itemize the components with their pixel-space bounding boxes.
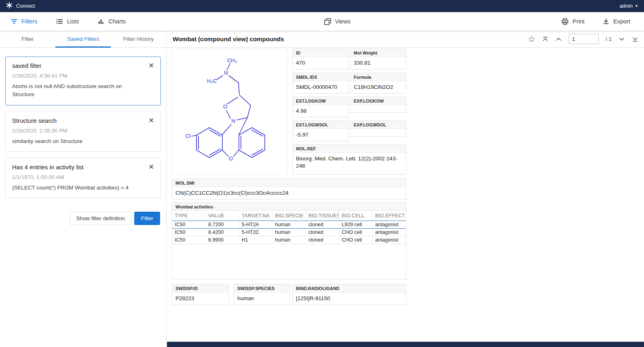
field-value: SMDL-00000470 bbox=[293, 81, 348, 93]
field-label: MOL.REF bbox=[293, 145, 406, 153]
field-value bbox=[351, 129, 406, 136]
field-label: SWISSP.SPECIES bbox=[234, 284, 290, 292]
page-total-label: / 1 bbox=[606, 36, 612, 42]
views-button[interactable]: Views bbox=[323, 18, 350, 25]
bar-chart-icon bbox=[97, 18, 105, 25]
table-cell: cloned bbox=[306, 236, 339, 244]
tab-filter-history-label: Filter History bbox=[123, 36, 154, 42]
print-icon bbox=[561, 18, 569, 25]
page-number-input[interactable] bbox=[569, 34, 599, 44]
tab-filter-history[interactable]: Filter History bbox=[111, 31, 166, 47]
close-icon[interactable]: ✕ bbox=[148, 117, 155, 124]
column-header[interactable]: BIO.EFFECT bbox=[372, 211, 406, 221]
export-button[interactable]: Export bbox=[602, 18, 630, 25]
table-cell: CHO cell bbox=[339, 229, 373, 236]
column-header[interactable]: TYPE bbox=[172, 211, 206, 221]
app-logo-icon bbox=[6, 2, 13, 11]
field-smdl-idx: SMDL.IDX SMDL-00000470 bbox=[292, 73, 348, 94]
user-menu[interactable]: admin ▼ bbox=[619, 3, 638, 9]
charts-button[interactable]: Charts bbox=[97, 18, 126, 25]
filters-button[interactable]: Filters bbox=[11, 18, 37, 25]
field-mol-smi: MOL.SMI CN(C)CC1CC2N(O1)c3cc(Cl)ccc3Oc4c… bbox=[172, 179, 406, 200]
saved-filter-description: (SELECT count(*) FROM Wombat activities)… bbox=[12, 184, 137, 192]
field-value: P28223 bbox=[172, 292, 228, 305]
next-record-icon[interactable] bbox=[619, 36, 625, 42]
lists-button[interactable]: Lists bbox=[56, 18, 79, 25]
close-icon[interactable]: ✕ bbox=[148, 164, 155, 171]
atom-label-ch3: CH₃ bbox=[227, 57, 237, 63]
app-name: Connect bbox=[16, 3, 35, 9]
tab-saved-filters[interactable]: Saved Filters bbox=[55, 31, 111, 47]
filter-icon bbox=[11, 18, 18, 25]
field-value: -5.97 bbox=[293, 129, 348, 141]
table-cell: 5-HT2C bbox=[239, 229, 272, 236]
field-label: SMDL.IDX bbox=[293, 73, 348, 81]
field-label: EST.LOGKOW bbox=[293, 97, 348, 105]
column-header[interactable]: BIO.SPECIE bbox=[272, 211, 306, 221]
field-value: CN(C)CC1CC2N(O1)c3cc(Cl)ccc3Oc4ccccc24 bbox=[172, 187, 406, 199]
table-cell: antagonist bbox=[372, 236, 406, 244]
toolbar: Filters Lists bbox=[0, 12, 644, 31]
filter-button[interactable]: Filter bbox=[134, 212, 160, 225]
atom-label-cl: Cl bbox=[186, 133, 190, 139]
field-label: SWISSP.ID bbox=[172, 284, 228, 292]
field-bind-radioligand: BIND.RADIOLIGAND [125I]R-91150 bbox=[292, 284, 406, 305]
field-label: Mol Weight bbox=[351, 49, 406, 57]
first-record-icon[interactable] bbox=[542, 36, 549, 42]
table-row[interactable]: IC50 8.7200 5-HT2A human cloned L929 cel… bbox=[172, 221, 406, 229]
favorite-star-icon[interactable]: ☆ bbox=[528, 34, 535, 44]
field-value: human bbox=[234, 292, 290, 305]
previous-record-icon[interactable] bbox=[555, 36, 562, 42]
saved-filter-description: similarity search on Structure bbox=[12, 137, 137, 145]
column-header[interactable]: VALUE bbox=[206, 211, 239, 221]
bottom-bar bbox=[167, 342, 644, 347]
last-record-icon[interactable] bbox=[632, 36, 638, 42]
sidebar-actions: Show filter definition Filter bbox=[0, 204, 166, 232]
field-swissp-id: SWISSP.ID P28223 bbox=[172, 284, 229, 305]
table-cell: human bbox=[272, 221, 306, 229]
top-bar: Connect admin ▼ bbox=[0, 0, 644, 12]
page-title: Wombat (compound view) compounds bbox=[173, 36, 284, 42]
table-cell: 8.4200 bbox=[206, 229, 239, 236]
close-icon[interactable]: ✕ bbox=[148, 62, 155, 69]
table-cell: IC50 bbox=[172, 221, 206, 229]
saved-filter-title: saved filter bbox=[12, 62, 144, 69]
field-formula: Formula C18H19ClN2O2 bbox=[350, 73, 406, 94]
table-row[interactable]: IC50 6.9900 H1 human cloned CHO cell ant… bbox=[172, 236, 406, 244]
saved-filter-card[interactable]: Has 4 entries in activity list 1/1/1970,… bbox=[5, 158, 161, 198]
filters-label: Filters bbox=[21, 18, 37, 25]
download-icon bbox=[602, 18, 610, 25]
user-name: admin bbox=[619, 3, 633, 9]
column-header[interactable]: TARGET.NA bbox=[239, 211, 272, 221]
column-header[interactable]: BIO.TISSUES bbox=[306, 211, 339, 221]
table-cell: human bbox=[272, 229, 306, 236]
field-label: BIND.RADIOLIGAND bbox=[293, 284, 406, 292]
saved-filter-timestamp: 2/28/2020, 4:38:41 PM bbox=[12, 73, 144, 79]
main-panel: Wombat (compound view) compounds ☆ / 1 bbox=[167, 31, 644, 347]
tab-filter[interactable]: Filter bbox=[0, 31, 55, 47]
molecule-drawing: CH₃ N H₃C O N O Cl bbox=[172, 49, 287, 174]
saved-filter-list: saved filter 2/28/2020, 4:38:41 PM Atoms… bbox=[0, 48, 166, 198]
column-header[interactable]: BIO.CELL bbox=[339, 211, 373, 221]
saved-filter-card[interactable]: Structure search 2/28/2020, 2:35:30 PM s… bbox=[5, 111, 161, 152]
field-label: EST.LOGWSOL bbox=[293, 121, 348, 129]
table-row[interactable]: IC50 8.4200 5-HT2C human cloned CHO cell… bbox=[172, 229, 406, 236]
field-value: 4.98 bbox=[293, 105, 348, 117]
record-pager: ☆ / 1 bbox=[528, 34, 638, 44]
saved-filter-card[interactable]: saved filter 2/28/2020, 4:38:41 PM Atoms… bbox=[5, 57, 161, 105]
field-est-logkow: EST.LOGKOW 4.98 bbox=[292, 97, 348, 118]
show-filter-definition-button[interactable]: Show filter definition bbox=[70, 212, 131, 225]
field-label: EXP.LOGKOW bbox=[351, 97, 406, 105]
views-icon bbox=[323, 18, 331, 25]
field-value: 330.81 bbox=[351, 57, 406, 69]
views-label: Views bbox=[335, 18, 350, 25]
table-cell: antagonist bbox=[372, 229, 406, 236]
field-exp-logkow: EXP.LOGKOW bbox=[350, 97, 406, 113]
field-label: ID bbox=[293, 49, 348, 57]
print-button[interactable]: Print bbox=[561, 18, 585, 25]
field-label: Formula bbox=[351, 73, 406, 81]
structure-viewer[interactable]: CH₃ N H₃C O N O Cl bbox=[172, 48, 288, 175]
saved-filter-title: Structure search bbox=[12, 117, 144, 124]
field-id: ID 470 bbox=[292, 48, 348, 69]
table-cell: human bbox=[272, 236, 306, 244]
